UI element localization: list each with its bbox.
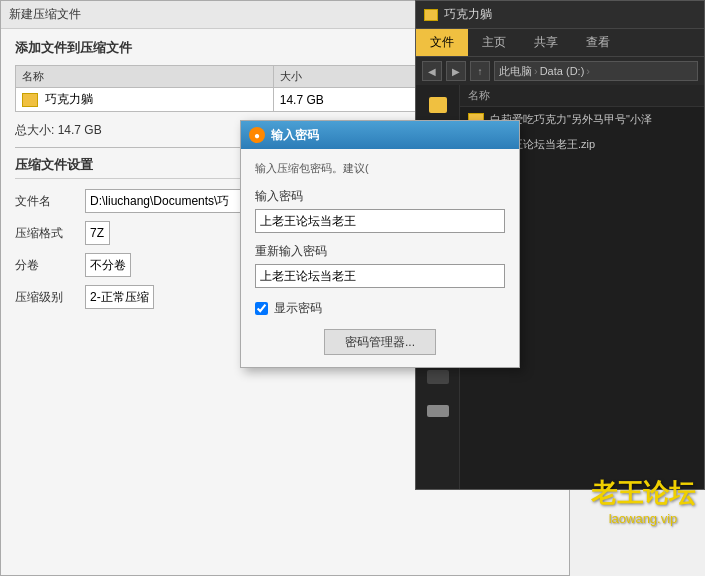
dialog-titlebar: ● 输入密码: [241, 121, 519, 149]
tab-file[interactable]: 文件: [416, 29, 468, 56]
file-item-name-0: 白莉爱吃巧克力"另外马甲号"小泽: [490, 112, 696, 127]
explorer-ribbon: 文件 主页 共享 查看: [416, 29, 704, 57]
back-button[interactable]: ◀: [422, 61, 442, 81]
address-data: Data (D:): [540, 65, 585, 77]
dialog-hint: 输入压缩包密码。建议(: [255, 161, 505, 176]
format-select[interactable]: 7Z: [85, 221, 110, 245]
address-bar[interactable]: 此电脑 › Data (D:) ›: [494, 61, 698, 81]
tab-share[interactable]: 共享: [520, 29, 572, 56]
explorer-folder-icon: [424, 9, 438, 21]
file-item-name-1: 上老王论坛当老王.zip: [490, 137, 696, 152]
file-name-cell: 巧克力躺: [16, 88, 274, 112]
tab-view[interactable]: 查看: [572, 29, 624, 56]
explorer-toolbar: ◀ ▶ ↑ 此电脑 › Data (D:) ›: [416, 57, 704, 85]
password-input[interactable]: [255, 209, 505, 233]
hdd-icon: [427, 405, 449, 417]
up-button[interactable]: ↑: [470, 61, 490, 81]
ribbon-tabs: 文件 主页 共享 查看: [416, 29, 704, 56]
dialog-icon: ●: [249, 127, 265, 143]
dialog-title: 输入密码: [271, 127, 319, 144]
tab-home[interactable]: 主页: [468, 29, 520, 56]
split-label: 分卷: [15, 257, 85, 274]
show-password-row: 显示密码: [255, 300, 505, 317]
confirm-input[interactable]: [255, 264, 505, 288]
sidebar-item-hdd[interactable]: [420, 395, 456, 427]
level-select[interactable]: 2-正常压缩: [85, 285, 154, 309]
format-label: 压缩格式: [15, 225, 85, 242]
password-dialog: ● 输入密码 输入压缩包密码。建议( 输入密码 重新输入密码 显示密码 密码管理…: [240, 120, 520, 368]
level-label: 压缩级别: [15, 289, 85, 306]
quick-access-icon: [429, 97, 447, 113]
sidebar-item-quickaccess[interactable]: [420, 89, 456, 121]
desktop-icon: [427, 370, 449, 384]
address-sep2: ›: [586, 65, 590, 77]
show-password-label: 显示密码: [274, 300, 322, 317]
confirm-field-label: 重新输入密码: [255, 243, 505, 260]
filename-label: 文件名: [15, 193, 85, 210]
address-thispc: 此电脑: [499, 64, 532, 79]
compress-title: 新建压缩文件: [9, 6, 81, 23]
explorer-titlebar: 巧克力躺: [416, 1, 704, 29]
watermark-line2: laowang.vip: [591, 511, 695, 526]
show-password-checkbox[interactable]: [255, 302, 268, 315]
forward-button[interactable]: ▶: [446, 61, 466, 81]
col-name: 名称: [16, 66, 274, 88]
dialog-body: 输入压缩包密码。建议( 输入密码 重新输入密码 显示密码 密码管理器...: [241, 149, 519, 367]
password-manager-button[interactable]: 密码管理器...: [324, 329, 436, 355]
split-select[interactable]: 不分卷: [85, 253, 131, 277]
folder-icon: [22, 93, 38, 107]
address-sep1: ›: [534, 65, 538, 77]
col-name-header: 名称: [460, 85, 704, 107]
explorer-title: 巧克力躺: [444, 6, 492, 23]
password-field-label: 输入密码: [255, 188, 505, 205]
file-name: 巧克力躺: [45, 92, 93, 106]
dialog-button-row: 密码管理器...: [255, 329, 505, 355]
